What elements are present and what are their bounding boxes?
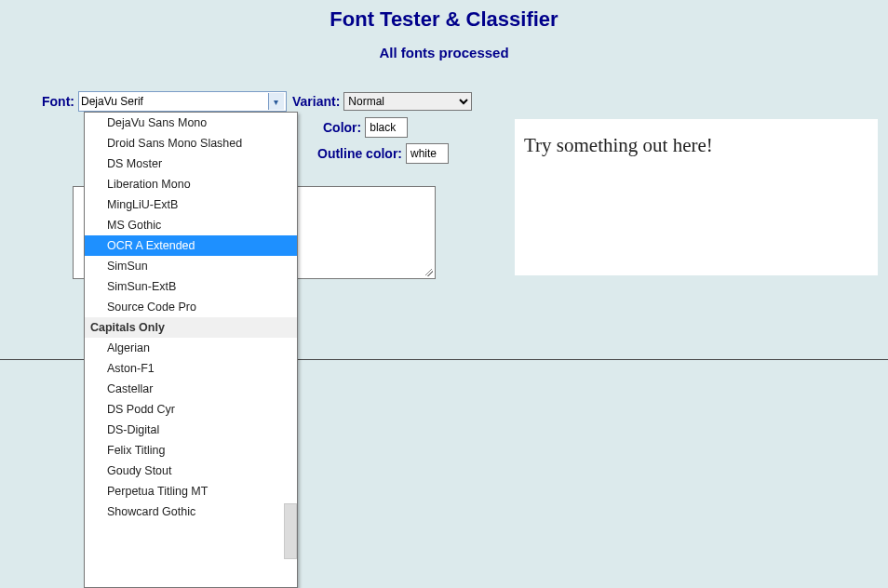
variant-select[interactable]: Normal: [343, 92, 472, 111]
font-label: Font:: [42, 94, 74, 109]
outline-color-label: Outline color:: [317, 146, 402, 161]
font-option[interactable]: OCR A Extended: [85, 235, 297, 256]
font-dropdown-list[interactable]: DejaVu Sans MonoDroid Sans Mono SlashedD…: [84, 112, 298, 588]
color-input[interactable]: [365, 117, 408, 138]
color-label: Color:: [323, 120, 361, 135]
font-option[interactable]: DS-Digital: [85, 420, 297, 440]
preview-text: Try something out here!: [524, 134, 713, 156]
font-select[interactable]: DejaVu Serif ▾: [78, 91, 287, 112]
status-subtitle: All fonts processed: [0, 45, 888, 60]
font-option[interactable]: Showcard Gothic: [85, 501, 297, 522]
outline-color-input[interactable]: [406, 143, 449, 164]
font-option[interactable]: Liberation Mono: [85, 174, 297, 194]
font-option[interactable]: SimSun-ExtB: [85, 276, 297, 297]
chevron-down-icon: ▾: [268, 93, 284, 110]
preview-area: Try something out here!: [515, 119, 878, 275]
font-option[interactable]: SimSun: [85, 256, 297, 276]
font-optgroup-label: Capitals Only: [85, 317, 297, 338]
scrollbar-thumb[interactable]: [284, 503, 297, 559]
font-option[interactable]: Algerian: [85, 338, 297, 358]
font-option[interactable]: Source Code Pro: [85, 297, 297, 317]
font-select-value: DejaVu Serif: [81, 95, 143, 108]
font-option[interactable]: DS Podd Cyr: [85, 399, 297, 420]
variant-label: Variant:: [292, 94, 340, 109]
font-option[interactable]: Droid Sans Mono Slashed: [85, 133, 297, 154]
page-title: Font Tester & Classifier: [0, 0, 888, 32]
font-option[interactable]: DejaVu Sans Mono: [85, 113, 297, 133]
font-option[interactable]: DS Moster: [85, 154, 297, 174]
font-option[interactable]: Goudy Stout: [85, 461, 297, 481]
font-option[interactable]: MingLiU-ExtB: [85, 194, 297, 215]
font-option[interactable]: Felix Titling: [85, 440, 297, 461]
font-option[interactable]: Castellar: [85, 379, 297, 399]
font-option[interactable]: Aston-F1: [85, 358, 297, 379]
font-option[interactable]: MS Gothic: [85, 215, 297, 235]
font-option[interactable]: Perpetua Titling MT: [85, 481, 297, 501]
